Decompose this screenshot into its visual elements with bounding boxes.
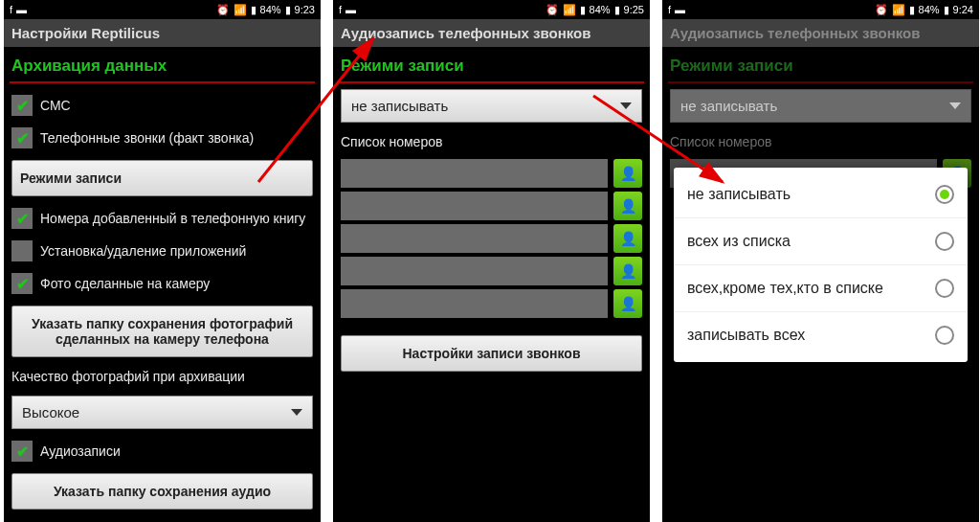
phone-screen-1: f ▬ ⏰ 📶 ▮ 84% ▮ 9:23 Настройки Reptilicu… — [4, 0, 321, 522]
number-input[interactable] — [341, 289, 608, 318]
label-contacts: Номера добавленный в телефонную книгу — [40, 211, 305, 226]
chat-icon: ▬ — [345, 4, 356, 15]
option-label: не записывать — [687, 186, 791, 203]
contact-button[interactable] — [613, 159, 642, 188]
row-calls[interactable]: Телефонные звонки (факт звонка) — [4, 122, 321, 154]
photo-quality-label: Качество фотографий при архивации — [4, 363, 321, 390]
label-audio: Аудиозаписи — [40, 443, 121, 459]
numbers-list-label: Список номеров — [662, 128, 979, 155]
section-rec-modes: Режими записи — [333, 47, 650, 81]
battery-icon: ▮ — [944, 4, 949, 16]
clock: 9:24 — [953, 4, 973, 15]
wifi-icon: 📶 — [892, 4, 905, 16]
contact-button[interactable] — [613, 257, 642, 285]
option-label: всех из списка — [687, 233, 791, 250]
quality-value: Высокое — [22, 404, 79, 420]
alarm-icon: ⏰ — [875, 4, 888, 16]
facebook-icon: f — [339, 4, 342, 15]
battery-pct: 84% — [260, 4, 281, 15]
mode-dropdown: не записывать — [670, 89, 971, 123]
battery-pct: 84% — [919, 4, 940, 15]
status-bar: f ▬ ⏰ 📶 ▮ 84% ▮ 9:24 — [662, 0, 979, 19]
radio-icon — [935, 232, 954, 251]
checkbox-calls[interactable] — [11, 127, 33, 148]
chevron-down-icon — [620, 102, 632, 109]
row-apps[interactable]: Установка/удаление приложений — [4, 235, 321, 267]
number-row-3 — [341, 224, 642, 253]
numbers-list-label: Список номеров — [333, 128, 650, 155]
signal-icon: ▮ — [580, 4, 586, 16]
wifi-icon: 📶 — [563, 4, 576, 16]
app-title: Аудиозапись телефонных звонков — [333, 19, 650, 47]
row-photos[interactable]: Фото сделанные на камеру — [4, 267, 321, 300]
popup-option-1[interactable]: не записывать — [674, 171, 968, 218]
radio-icon — [935, 279, 954, 298]
row-audio[interactable]: Аудиозаписи — [4, 435, 321, 467]
signal-icon: ▮ — [909, 4, 915, 16]
photo-folder-button[interactable]: Указать папку сохранения фотографий сдел… — [11, 306, 313, 357]
battery-pct: 84% — [590, 4, 611, 15]
call-rec-settings-button[interactable]: Настройки записи звонков — [341, 335, 642, 372]
facebook-icon: f — [10, 4, 12, 15]
number-input[interactable] — [341, 224, 608, 253]
option-label: всех,кроме тех,кто в списке — [687, 280, 883, 297]
label-sms: СМС — [40, 98, 71, 113]
contact-button[interactable] — [613, 289, 642, 318]
number-input[interactable] — [341, 159, 608, 188]
app-title: Настройки Reptilicus — [4, 19, 321, 47]
mode-popup: не записывать всех из списка всех,кроме … — [674, 168, 968, 362]
divider — [10, 81, 315, 83]
checkbox-audio[interactable] — [11, 441, 33, 462]
popup-option-4[interactable]: записывать всех — [674, 312, 968, 358]
chevron-down-icon — [291, 409, 302, 416]
chat-icon: ▬ — [675, 4, 685, 15]
option-label: записывать всех — [687, 327, 805, 344]
number-input[interactable] — [341, 192, 608, 220]
alarm-icon: ⏰ — [546, 4, 559, 16]
mode-value: не записывать — [351, 98, 448, 114]
row-contacts-added[interactable]: Номера добавленный в телефонную книгу — [4, 202, 321, 235]
rec-modes-button[interactable]: Режими записи — [11, 160, 313, 196]
number-input[interactable] — [341, 257, 608, 285]
battery-icon: ▮ — [614, 4, 620, 16]
chevron-down-icon — [949, 102, 961, 109]
checkbox-sms[interactable] — [11, 95, 33, 116]
signal-icon: ▮ — [251, 4, 256, 16]
contact-button[interactable] — [613, 192, 642, 220]
checkbox-apps[interactable] — [11, 240, 33, 261]
status-bar: f ▬ ⏰ 📶 ▮ 84% ▮ 9:25 — [333, 0, 650, 19]
clock: 9:23 — [295, 4, 315, 15]
mode-value: не записывать — [680, 98, 777, 114]
section-archive: Архивация данных — [4, 47, 321, 81]
label-apps: Установка/удаление приложений — [40, 243, 246, 259]
audio-folder-button[interactable]: Указать папку сохранения аудио — [11, 473, 313, 510]
phone-screen-3: f ▬ ⏰ 📶 ▮ 84% ▮ 9:24 Аудиозапись телефон… — [662, 0, 979, 522]
checkbox-contacts[interactable] — [11, 208, 33, 229]
divider — [668, 81, 973, 83]
facebook-icon: f — [668, 4, 671, 15]
row-sms[interactable]: СМС — [4, 89, 321, 122]
popup-option-2[interactable]: всех из списка — [674, 218, 968, 265]
checkbox-photos[interactable] — [11, 273, 33, 294]
status-bar: f ▬ ⏰ 📶 ▮ 84% ▮ 9:23 — [4, 0, 321, 19]
radio-icon — [935, 185, 954, 204]
app-title: Аудиозапись телефонных звонков — [662, 19, 979, 47]
radio-icon — [935, 326, 954, 345]
label-photos: Фото сделанные на камеру — [40, 276, 210, 291]
contact-button[interactable] — [613, 224, 642, 253]
phone-screen-2: f ▬ ⏰ 📶 ▮ 84% ▮ 9:25 Аудиозапись телефон… — [333, 0, 650, 522]
divider — [339, 81, 644, 83]
number-row-4 — [341, 257, 642, 285]
number-row-1 — [341, 159, 642, 188]
wifi-icon: 📶 — [234, 4, 247, 16]
chat-icon: ▬ — [16, 4, 27, 15]
number-row-2 — [341, 192, 642, 220]
popup-option-3[interactable]: всех,кроме тех,кто в списке — [674, 265, 968, 312]
battery-icon: ▮ — [285, 4, 291, 16]
clock: 9:25 — [624, 4, 644, 15]
label-calls: Телефонные звонки (факт звонка) — [40, 130, 254, 146]
section-rec-modes: Режими записи — [662, 47, 979, 81]
mode-dropdown[interactable]: не записывать — [341, 89, 642, 123]
quality-dropdown[interactable]: Высокое — [11, 396, 313, 429]
number-row-5 — [341, 289, 642, 318]
